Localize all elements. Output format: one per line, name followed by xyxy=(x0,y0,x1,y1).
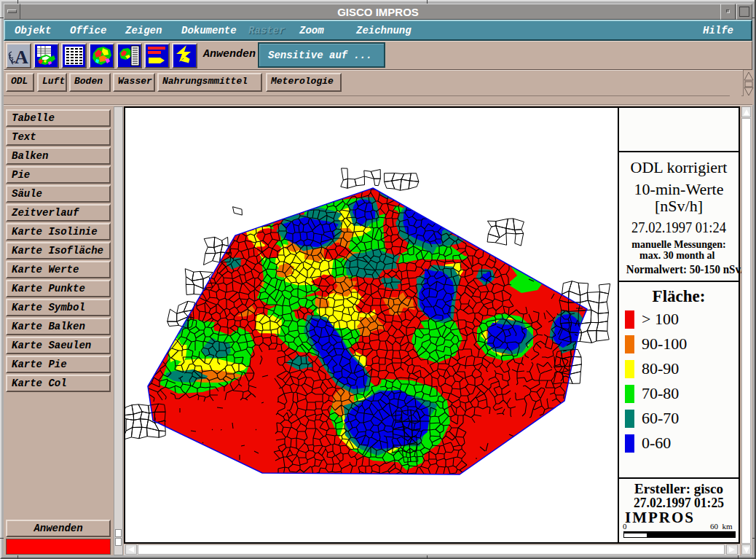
svg-text:A: A xyxy=(15,47,28,67)
